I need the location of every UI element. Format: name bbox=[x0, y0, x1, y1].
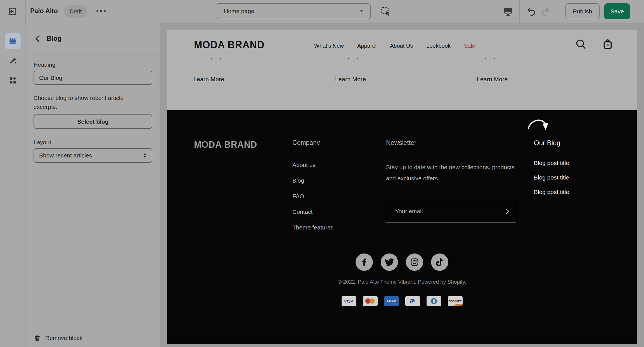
footer-link-contact[interactable]: Contact bbox=[292, 209, 333, 215]
sidebar-item-sections[interactable] bbox=[5, 33, 21, 49]
layout-field-label: Layout bbox=[34, 139, 51, 146]
footer-logo: MODA BRAND bbox=[194, 139, 257, 150]
search-icon bbox=[575, 38, 587, 50]
facebook-link[interactable] bbox=[356, 253, 373, 271]
discover-icon: DISCOVER bbox=[448, 296, 463, 306]
annotation-curved-arrow-icon bbox=[527, 118, 555, 138]
selection-tool-icon bbox=[380, 6, 391, 17]
nav-link-apparel[interactable]: Apparel bbox=[357, 43, 377, 49]
remove-block-label: Remove block bbox=[45, 335, 82, 341]
paypal-icon: PP bbox=[405, 296, 420, 306]
panel-header: Blog bbox=[26, 23, 160, 54]
newsletter-heading: Newsletter bbox=[386, 139, 516, 147]
block-settings-panel: Blog Heading Choose blog to show recent … bbox=[25, 23, 160, 347]
visa-icon: VISA bbox=[342, 296, 356, 306]
editor-icon-sidebar bbox=[0, 23, 25, 347]
instagram-icon bbox=[410, 258, 419, 267]
store-nav: What's New Apparel About Us Lookbook Sal… bbox=[314, 43, 475, 49]
tiktok-icon bbox=[435, 258, 444, 266]
blog-post-link[interactable]: Blog post title bbox=[534, 160, 569, 166]
cropped-content-fragment bbox=[494, 58, 495, 59]
cropped-content-fragment bbox=[211, 58, 212, 59]
chevron-down-icon bbox=[360, 10, 363, 13]
store-logo[interactable]: MODA BRAND bbox=[194, 39, 264, 51]
desktop-preview-icon bbox=[503, 6, 514, 17]
cropped-content-fragment bbox=[357, 58, 358, 59]
status-badge: Draft bbox=[64, 5, 87, 18]
learn-more-link[interactable]: Learn More bbox=[477, 76, 508, 83]
cropped-content-fragment bbox=[348, 58, 349, 59]
chevron-left-icon bbox=[35, 35, 40, 42]
more-options-icon[interactable] bbox=[96, 10, 106, 12]
footer-newsletter-column: Newsletter Stay up to date with the new … bbox=[386, 139, 516, 184]
footer-link-faq[interactable]: FAQ bbox=[292, 193, 333, 200]
heading-field-label: Heading bbox=[34, 61, 55, 68]
nav-link-whats-new[interactable]: What's New bbox=[314, 43, 344, 49]
device-preview-button[interactable] bbox=[501, 5, 515, 18]
choose-blog-help-text: Choose blog to show recent article excer… bbox=[34, 94, 138, 111]
nav-link-lookbook[interactable]: Lookbook bbox=[426, 43, 451, 49]
newsletter-submit-button[interactable] bbox=[499, 200, 516, 222]
topbar-divider bbox=[519, 0, 520, 23]
exit-editor-button[interactable] bbox=[6, 5, 19, 18]
page-selector-dropdown[interactable]: Home page bbox=[217, 3, 371, 19]
redo-icon bbox=[540, 6, 551, 17]
theme-preview: MODA BRAND What's New Apparel About Us L… bbox=[167, 30, 637, 344]
redo-button[interactable] bbox=[539, 5, 552, 18]
footer-link-blog[interactable]: Blog bbox=[292, 177, 333, 184]
cart-button[interactable] bbox=[601, 37, 614, 51]
undo-button[interactable] bbox=[524, 5, 538, 18]
heading-input[interactable] bbox=[34, 71, 152, 85]
tiktok-link[interactable] bbox=[431, 253, 448, 271]
trash-icon bbox=[34, 334, 41, 342]
twitter-link[interactable] bbox=[381, 253, 398, 271]
cropped-content-fragment bbox=[485, 58, 486, 59]
footer-copyright: © 2022, Palo Alto Theme Vibrant. Powered… bbox=[167, 279, 637, 285]
topbar-divider bbox=[557, 0, 557, 23]
newsletter-email-input[interactable] bbox=[386, 208, 499, 215]
learn-more-link[interactable]: Learn More bbox=[193, 76, 224, 83]
panel-title: Blog bbox=[47, 35, 61, 42]
select-caret-icon bbox=[143, 153, 147, 158]
app-embeds-icon bbox=[8, 76, 17, 85]
layout-select[interactable]: Show recent articles bbox=[34, 148, 152, 163]
footer-blog-column: Our Blog Blog post title Blog post title… bbox=[534, 139, 569, 203]
shopify-theme-editor: Palo Alto Draft Home page bbox=[0, 0, 644, 347]
save-button[interactable]: Save bbox=[604, 3, 630, 19]
blog-post-link[interactable]: Blog post title bbox=[534, 189, 569, 195]
newsletter-form bbox=[386, 200, 516, 222]
page-selector-value: Home page bbox=[224, 8, 254, 15]
newsletter-text: Stay up to date with the new collections… bbox=[386, 162, 516, 184]
search-button[interactable] bbox=[574, 37, 588, 51]
mastercard-icon bbox=[363, 296, 378, 306]
diners-club-icon bbox=[427, 296, 441, 306]
learn-more-link[interactable]: Learn More bbox=[335, 76, 366, 83]
instagram-link[interactable] bbox=[406, 253, 423, 271]
chevron-right-icon bbox=[506, 209, 510, 214]
remove-block-button[interactable]: Remove block bbox=[34, 334, 82, 342]
theme-settings-brush-icon bbox=[8, 56, 17, 65]
undo-icon bbox=[526, 6, 536, 17]
exit-icon bbox=[8, 6, 18, 16]
blog-post-link[interactable]: Blog post title bbox=[534, 174, 569, 181]
sidebar-item-app-embeds[interactable] bbox=[5, 72, 21, 88]
payment-icons-row: VISA AMEX PP DISCOVER bbox=[167, 296, 637, 306]
editor-topbar: Palo Alto Draft Home page bbox=[0, 0, 644, 23]
footer-company-column: Company About us Blog FAQ Contact Theme … bbox=[292, 139, 333, 240]
section-picker-tool-button[interactable] bbox=[379, 5, 392, 18]
our-blog-heading: Our Blog bbox=[534, 139, 569, 147]
back-button[interactable] bbox=[32, 34, 42, 44]
nav-link-sale[interactable]: Sale bbox=[464, 43, 475, 49]
panel-footer: Remove block bbox=[26, 327, 160, 347]
footer-link-about-us[interactable]: About us bbox=[292, 162, 333, 168]
publish-button[interactable]: Publish bbox=[565, 3, 600, 19]
sidebar-item-theme-settings[interactable] bbox=[5, 53, 21, 69]
nav-link-about-us[interactable]: About Us bbox=[390, 43, 413, 49]
social-links bbox=[167, 253, 637, 271]
facebook-icon bbox=[359, 257, 369, 267]
footer-link-theme-features[interactable]: Theme features bbox=[292, 224, 333, 231]
cropped-content-fragment bbox=[220, 58, 221, 59]
select-blog-button[interactable]: Select blog bbox=[34, 114, 152, 129]
layout-select-value: Show recent articles bbox=[39, 152, 92, 159]
cart-bag-icon bbox=[602, 38, 614, 50]
